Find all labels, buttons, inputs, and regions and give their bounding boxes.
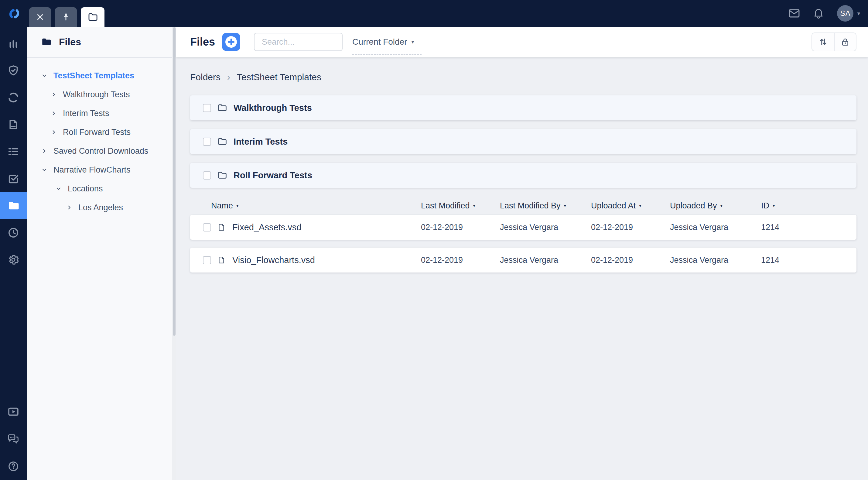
checkbox[interactable]	[203, 256, 211, 264]
tree-item-walkthrough-tests[interactable]: Walkthrough Tests	[27, 85, 176, 104]
chat-icon	[7, 432, 20, 445]
nav-documents[interactable]	[0, 111, 27, 138]
chevron-down-icon[interactable]	[40, 72, 48, 80]
rail-bottom-group	[0, 398, 27, 480]
nav-sync[interactable]	[0, 84, 27, 111]
checkbox[interactable]	[203, 171, 211, 180]
folder-icon	[217, 137, 227, 146]
app-window: SA ▾	[0, 0, 868, 480]
column-header-uploaded-at[interactable]: Uploaded At▾	[591, 201, 670, 211]
chevron-right-icon[interactable]	[65, 204, 73, 211]
lock-icon	[840, 37, 850, 47]
sort-caret-icon: ▾	[473, 203, 475, 208]
tab-close[interactable]	[29, 7, 51, 27]
file-row-fixed-assets[interactable]: Fixed_Assets.vsd 02-12-2019 Jessica Verg…	[190, 215, 857, 240]
user-menu[interactable]: SA ▾	[837, 5, 860, 22]
file-row-visio-flowcharts[interactable]: Visio_Flowcharts.vsd 02-12-2019 Jessica …	[190, 248, 857, 272]
chevron-right-icon[interactable]	[50, 128, 58, 136]
mail-button[interactable]	[788, 8, 800, 18]
file-icon	[217, 223, 226, 232]
folder-row-interim-tests[interactable]: Interim Tests	[190, 129, 857, 154]
file-link[interactable]: Fixed_Assets.vsd	[232, 222, 301, 232]
add-button[interactable]	[222, 33, 240, 51]
tree-item-roll-forward-tests[interactable]: Roll Forward Tests	[27, 123, 176, 142]
chevron-down-icon[interactable]	[55, 185, 63, 192]
column-header-last-modified-by[interactable]: Last Modified By▾	[500, 201, 591, 211]
tab-files[interactable]	[81, 7, 104, 27]
cell-uploaded-at: 02-12-2019	[591, 223, 670, 232]
notifications-button[interactable]	[813, 8, 824, 19]
tab-pinned[interactable]	[55, 7, 77, 27]
sort-caret-icon: ▾	[236, 203, 239, 208]
folder-scope-dropdown[interactable]: Current Folder ▾	[352, 37, 414, 47]
view-toolbar	[811, 32, 857, 51]
document-icon	[7, 118, 20, 131]
bell-icon	[813, 8, 824, 19]
tree-item-narrative-flowcharts[interactable]: Narrative FlowCharts	[27, 160, 176, 179]
tree-item-los-angeles[interactable]: Los Angeles	[27, 198, 176, 217]
nav-settings[interactable]	[0, 246, 27, 273]
nav-controls[interactable]	[0, 57, 27, 84]
tree-item-saved-control-downloads[interactable]: Saved Control Downloads	[27, 142, 176, 160]
pin-icon	[61, 12, 70, 22]
page-title: Files	[190, 35, 215, 48]
help-icon	[7, 460, 20, 472]
nav-video-tutorials[interactable]	[0, 398, 27, 425]
chevron-right-icon[interactable]	[50, 91, 58, 98]
tree-item-locations[interactable]: Locations	[27, 179, 176, 198]
folder-icon	[88, 12, 98, 22]
breadcrumb-separator: ›	[227, 72, 230, 82]
folder-link[interactable]: Walkthrough Tests	[234, 103, 312, 113]
nav-chat[interactable]	[0, 425, 27, 453]
nav-history[interactable]	[0, 219, 27, 246]
checkbox[interactable]	[203, 223, 211, 232]
checkbox[interactable]	[203, 138, 211, 146]
checkbox[interactable]	[203, 104, 211, 112]
folder-link[interactable]: Interim Tests	[234, 137, 288, 147]
column-header-last-modified[interactable]: Last Modified▾	[421, 201, 500, 211]
chevron-right-icon[interactable]	[40, 147, 48, 155]
close-icon	[35, 12, 44, 22]
nav-tasks[interactable]	[0, 165, 27, 192]
bar-chart-icon	[7, 37, 20, 50]
lock-button[interactable]	[834, 33, 856, 51]
tree-item-testsheet-templates[interactable]: TestSheet Templates	[27, 66, 176, 85]
chevron-down-icon: ▾	[411, 38, 414, 45]
folder-link[interactable]: Roll Forward Tests	[234, 171, 312, 180]
chevron-down-icon[interactable]	[40, 166, 48, 174]
cell-last-modified: 02-12-2019	[421, 223, 500, 232]
column-header-uploaded-by[interactable]: Uploaded By▾	[670, 201, 761, 211]
sort-button[interactable]	[812, 33, 834, 51]
avatar[interactable]: SA	[837, 5, 854, 22]
folder-icon	[7, 199, 20, 212]
chevron-right-icon[interactable]	[50, 109, 58, 117]
folder-row-walkthrough-tests[interactable]: Walkthrough Tests	[190, 95, 857, 120]
nav-files[interactable]	[0, 192, 27, 219]
cell-id: 1214	[761, 223, 857, 232]
search-input[interactable]	[254, 33, 343, 51]
list-icon	[7, 145, 20, 158]
cell-last-modified-by: Jessica Vergara	[500, 256, 591, 265]
folder-row-roll-forward-tests[interactable]: Roll Forward Tests	[190, 163, 857, 188]
cell-id: 1214	[761, 256, 857, 265]
tree-scrollbar-thumb[interactable]	[173, 27, 176, 336]
breadcrumb-folders[interactable]: Folders	[190, 72, 220, 82]
file-icon	[217, 256, 226, 265]
tree-item-interim-tests[interactable]: Interim Tests	[27, 104, 176, 123]
column-header-name[interactable]: Name▾	[190, 201, 421, 211]
left-nav-rail	[0, 27, 27, 480]
shield-check-icon	[7, 64, 20, 77]
cell-uploaded-by: Jessica Vergara	[670, 256, 761, 265]
folder-icon	[217, 171, 227, 180]
column-header-id[interactable]: ID▾	[761, 201, 857, 211]
file-link[interactable]: Visio_Flowcharts.vsd	[232, 255, 315, 265]
nav-lists[interactable]	[0, 138, 27, 165]
plus-icon	[225, 36, 237, 48]
chevron-down-icon[interactable]: ▾	[857, 10, 860, 17]
auditboard-logo-icon	[7, 7, 21, 21]
sort-caret-icon: ▾	[773, 203, 775, 208]
nav-help[interactable]	[0, 453, 27, 480]
tab-strip	[29, 7, 104, 27]
nav-dashboards[interactable]	[0, 30, 27, 57]
files-tree-panel: Files TestSheet Templates Walkthrough Te…	[27, 27, 176, 480]
